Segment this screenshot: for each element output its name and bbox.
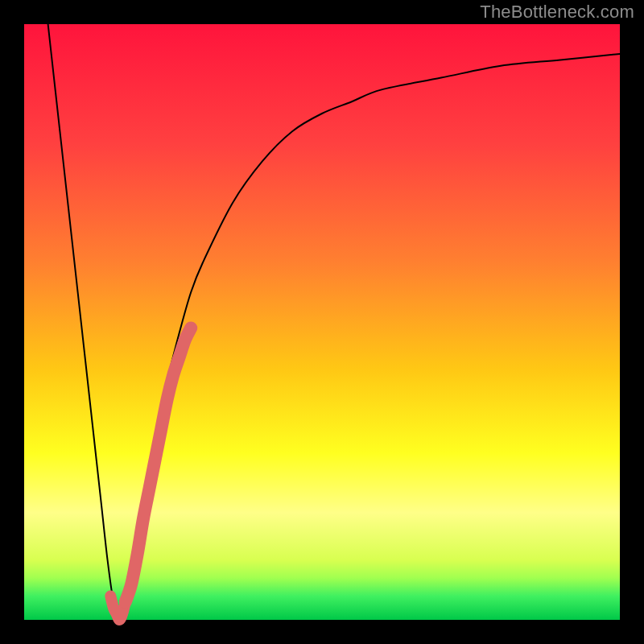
watermark-text: TheBottleneck.com — [480, 2, 634, 23]
chart-stage: TheBottleneck.com — [0, 0, 644, 644]
bottleneck-chart — [0, 0, 644, 644]
